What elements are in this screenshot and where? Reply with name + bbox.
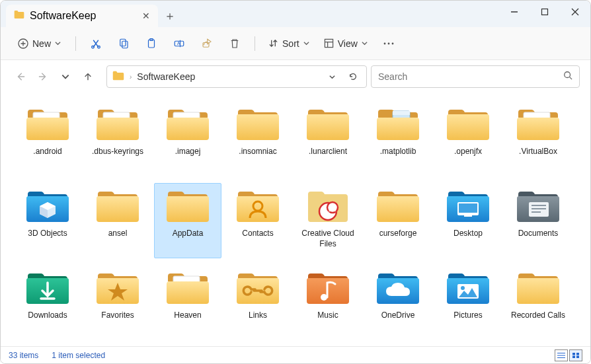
folder-label: OneDrive	[381, 310, 415, 321]
folder-icon	[374, 186, 422, 226]
titlebar: SoftwareKeep ✕ ＋	[1, 1, 590, 27]
folder-label: .lunarclient	[309, 147, 347, 157]
downloads-icon	[24, 268, 71, 308]
folder-item[interactable]: Creative Cloud Files	[294, 183, 362, 258]
breadcrumb-dropdown[interactable]	[324, 69, 340, 85]
view-label: View	[338, 38, 358, 49]
folder-content: .android .dbus-keyrings .imagej .insomni…	[1, 93, 590, 347]
folder-item[interactable]: Documents	[504, 183, 572, 258]
close-window-button[interactable]	[560, 1, 590, 23]
folder-label: .insomniac	[239, 147, 276, 157]
folder-icon	[444, 104, 492, 144]
search-box[interactable]	[371, 65, 580, 88]
docfolder-icon	[164, 268, 212, 308]
folder-item[interactable]: Heaven	[154, 265, 221, 340]
folder-label: Favorites	[101, 310, 134, 321]
forward-button[interactable]	[34, 66, 52, 87]
search-input[interactable]	[378, 71, 558, 82]
desktop-icon	[444, 186, 492, 226]
folder-label: Desktop	[453, 229, 483, 239]
folder-item[interactable]: .dbus-keyrings	[84, 101, 151, 176]
folder-item[interactable]: .imagej	[154, 101, 221, 176]
copy-button[interactable]	[112, 32, 136, 55]
tab-title: SoftwareKeep	[30, 10, 97, 22]
clipboard-icon	[145, 38, 157, 50]
pictures-icon	[444, 268, 492, 308]
svg-rect-35	[459, 203, 477, 213]
folder-item[interactable]: Recorded Calls	[504, 265, 572, 340]
folder-label: Contacts	[242, 229, 273, 239]
cut-button[interactable]	[84, 32, 108, 55]
folder-item[interactable]: Pictures	[434, 265, 502, 340]
delete-button[interactable]	[223, 32, 247, 55]
folder-item[interactable]: .lunarclient	[294, 101, 362, 176]
docfolder-icon	[94, 104, 141, 144]
folder-item[interactable]: Music	[294, 265, 362, 340]
ccloud-icon	[304, 186, 352, 226]
folder-item[interactable]: Links	[224, 265, 292, 340]
folder-item[interactable]: .openjfx	[434, 101, 502, 176]
folder-label: Links	[249, 310, 267, 321]
folder-label: .imagej	[175, 147, 201, 157]
svg-rect-51	[576, 355, 579, 358]
svg-point-8	[98, 46, 100, 48]
chevron-down-icon	[303, 40, 309, 46]
rename-button[interactable]: A	[167, 32, 191, 55]
folder-item[interactable]: .android	[14, 101, 81, 176]
minimize-button[interactable]	[499, 1, 530, 23]
address-bar[interactable]: › SoftwareKeep	[106, 65, 367, 88]
more-button[interactable]	[377, 32, 401, 55]
selection-count: 1 item selected	[52, 351, 105, 360]
folder-item[interactable]: Contacts	[224, 183, 292, 258]
tab-active[interactable]: SoftwareKeep ✕	[6, 5, 158, 27]
item-count: 33 items	[9, 351, 38, 360]
links-icon	[234, 268, 282, 308]
folder-label: Pictures	[453, 310, 482, 321]
folder-item[interactable]: Desktop	[434, 183, 502, 258]
paste-button[interactable]	[139, 32, 163, 55]
folder-icon	[234, 104, 282, 144]
favorites-icon	[94, 268, 141, 308]
folder-label: AppData	[173, 229, 204, 239]
notefolder-icon	[374, 104, 422, 144]
icons-view-toggle[interactable]	[569, 349, 582, 361]
folder-item[interactable]: .insomniac	[224, 101, 292, 176]
close-tab-icon[interactable]: ✕	[142, 11, 150, 21]
folder-item[interactable]: Downloads	[14, 265, 81, 340]
folder-label: Heaven	[174, 310, 201, 321]
plus-circle-icon	[18, 38, 28, 49]
recent-dropdown[interactable]	[56, 66, 75, 87]
folder-item[interactable]: curseforge	[364, 183, 432, 258]
folder-item[interactable]: Favorites	[84, 265, 151, 340]
folder-item[interactable]: 3D Objects	[14, 183, 81, 258]
back-button[interactable]	[11, 66, 30, 87]
folder-item[interactable]: ansel	[84, 183, 151, 258]
breadcrumb-item[interactable]: SoftwareKeep	[137, 71, 195, 82]
folder-label: Downloads	[28, 310, 67, 321]
svg-rect-10	[122, 41, 128, 48]
sort-button[interactable]: Sort	[263, 34, 315, 53]
share-button[interactable]	[195, 32, 219, 55]
details-view-toggle[interactable]	[555, 349, 568, 361]
view-button[interactable]: View	[319, 34, 373, 53]
folder-item[interactable]: AppData	[154, 183, 221, 258]
folder-label: .matplotlib	[380, 147, 416, 157]
add-tab-button[interactable]: ＋	[158, 5, 182, 27]
maximize-button[interactable]	[530, 1, 560, 23]
new-button[interactable]: New	[11, 34, 67, 53]
folder-item[interactable]: .VirtualBox	[504, 101, 572, 176]
svg-point-7	[92, 46, 95, 48]
folder-item[interactable]: OneDrive	[364, 265, 432, 340]
folder-label: Recorded Calls	[511, 310, 565, 321]
refresh-button[interactable]	[345, 69, 361, 85]
up-button[interactable]	[79, 66, 97, 87]
folder-icon	[514, 268, 562, 308]
docfolder-icon	[24, 104, 71, 144]
folder-item[interactable]: .matplotlib	[364, 101, 432, 176]
contacts-icon	[234, 186, 282, 226]
svg-point-44	[461, 286, 465, 290]
documents-icon	[514, 186, 562, 226]
folder-label: .dbus-keyrings	[92, 147, 143, 157]
music-icon	[304, 268, 352, 308]
breadcrumb-sep-icon[interactable]: ›	[130, 73, 132, 81]
